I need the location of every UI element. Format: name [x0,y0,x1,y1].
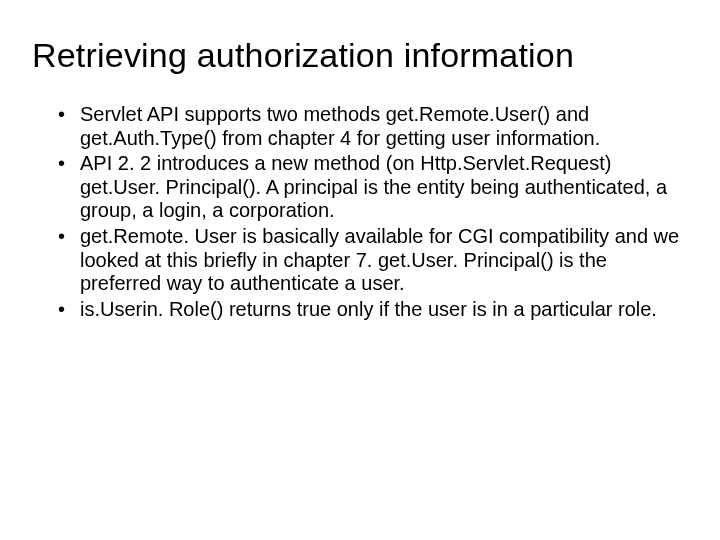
slide: Retrieving authorization information Ser… [0,0,720,540]
bullet-list: Servlet API supports two methods get.Rem… [58,103,688,321]
list-item: get.Remote. User is basically available … [58,225,688,296]
list-item: is.Userin. Role() returns true only if t… [58,298,688,322]
list-item: API 2. 2 introduces a new method (on Htt… [58,152,688,223]
list-item: Servlet API supports two methods get.Rem… [58,103,688,150]
slide-title: Retrieving authorization information [32,36,688,75]
